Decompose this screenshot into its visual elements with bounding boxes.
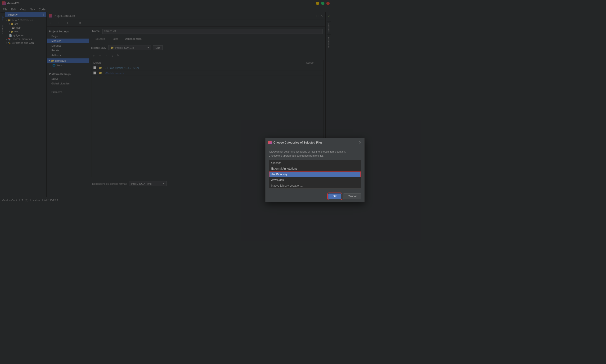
dialog-ok-button[interactable]: OK	[328, 194, 331, 199]
app-wrapper: demo123 File Edit View Nav Code Project …	[0, 0, 331, 203]
dialog-body: IDEA cannot determine what kind of files…	[265, 147, 332, 192]
dialog-titlebar: Choose Categories of Selected Files ✕	[265, 138, 332, 147]
dialog-icon	[268, 141, 272, 144]
dialog-description: IDEA cannot determine what kind of files…	[269, 150, 332, 157]
dialog-list[interactable]: Classes External Annotations Jar Directo…	[269, 160, 332, 189]
dialog-footer: OK Cancel	[265, 192, 332, 202]
dialog-overlay: Choose Categories of Selected Files ✕ ID…	[0, 0, 331, 203]
list-item-external-annotations[interactable]: External Annotations	[269, 166, 332, 171]
list-item-javadocs[interactable]: JavaDocs	[269, 177, 332, 183]
choose-categories-dialog: Choose Categories of Selected Files ✕ ID…	[265, 138, 332, 202]
dialog-title: Choose Categories of Selected Files	[274, 141, 332, 144]
list-item-native-library[interactable]: Native Library Location...	[269, 183, 332, 189]
list-item-jar-directory[interactable]: Jar Directory	[269, 171, 332, 177]
list-item-classes[interactable]: Classes	[269, 160, 332, 166]
